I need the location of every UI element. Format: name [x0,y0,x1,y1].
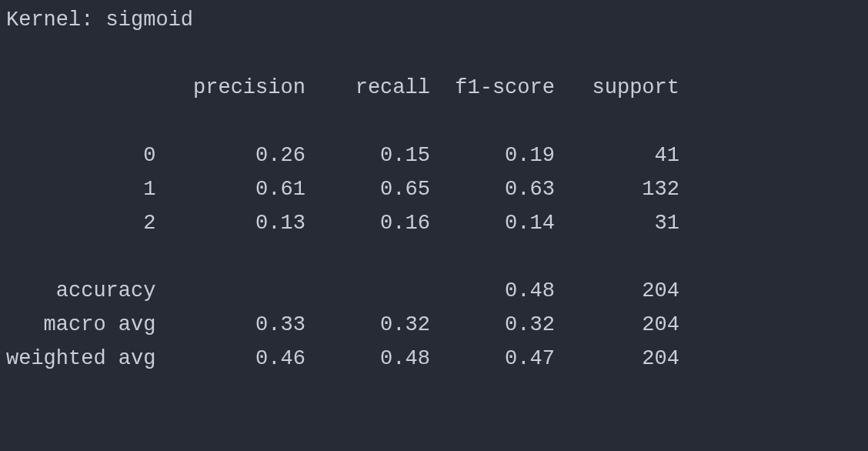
classification-report: Kernel: sigmoid precision recall f1-scor… [6,3,868,376]
report-output: Kernel: sigmoid precision recall f1-scor… [0,0,868,376]
